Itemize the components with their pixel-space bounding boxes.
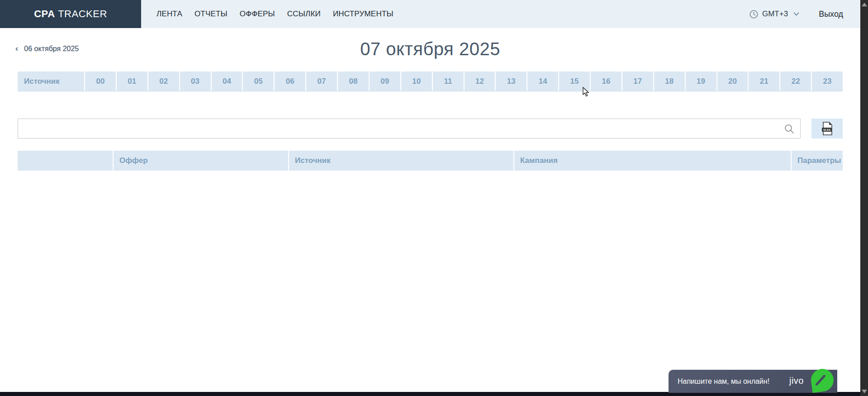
hour-cell-22[interactable]: 22 (779, 72, 811, 91)
nav-item-2[interactable]: ОФФЕРЫ (240, 10, 275, 19)
scroll-up-arrow-icon[interactable] (862, 3, 867, 6)
report-column-header-1[interactable]: Оффер (113, 151, 288, 171)
nav-item-3[interactable]: ССЫЛКИ (287, 10, 321, 19)
hour-cell-13[interactable]: 13 (495, 72, 526, 91)
timezone-selector[interactable]: GMT+3 (762, 10, 788, 19)
chevron-down-icon[interactable] (793, 12, 799, 16)
hour-cell-07[interactable]: 07 (305, 72, 337, 91)
app-logo: CPA TRACKER (34, 8, 107, 20)
report-column-header-4[interactable]: Параметры (791, 151, 843, 171)
report-column-header-2[interactable]: Источник (288, 151, 513, 171)
report-column-header-0[interactable] (18, 151, 113, 171)
hour-cell-19[interactable]: 19 (685, 72, 716, 91)
xlsx-file-icon: XLSX (821, 122, 833, 135)
main-nav: ЛЕНТАОТЧЕТЫОФФЕРЫССЫЛКИИНСТРУМЕНТЫ (141, 0, 394, 28)
hour-cell-03[interactable]: 03 (179, 72, 211, 91)
top-bar: CPA TRACKER ЛЕНТАОТЧЕТЫОФФЕРЫССЫЛКИИНСТР… (0, 0, 860, 28)
hour-cell-09[interactable]: 09 (369, 72, 400, 91)
hour-cell-11[interactable]: 11 (432, 72, 464, 91)
scroll-down-arrow-icon[interactable] (862, 390, 867, 393)
hour-cell-14[interactable]: 14 (526, 72, 558, 91)
hour-cell-18[interactable]: 18 (653, 72, 685, 91)
hour-cell-12[interactable]: 12 (464, 72, 495, 91)
nav-item-0[interactable]: ЛЕНТА (157, 10, 182, 19)
topbar-right: GMT+3 Выход (749, 0, 843, 28)
hour-cell-01[interactable]: 01 (116, 72, 147, 91)
hour-cell-23[interactable]: 23 (811, 72, 843, 91)
hour-cell-08[interactable]: 08 (337, 72, 369, 91)
hour-cell-04[interactable]: 04 (211, 72, 242, 91)
hour-cell-20[interactable]: 20 (716, 72, 748, 91)
hour-cell-00[interactable]: 00 (84, 72, 116, 91)
date-row: ‹ 06 октября 2025 07 октября 2025 (0, 28, 860, 72)
hour-cell-17[interactable]: 17 (621, 72, 653, 91)
report-column-header-3[interactable]: Кампания (513, 151, 791, 171)
nav-item-4[interactable]: ИНСТРУМЕНТЫ (333, 10, 394, 19)
hour-cell-10[interactable]: 10 (400, 72, 432, 91)
search-icon[interactable] (784, 124, 795, 134)
search-box (18, 119, 801, 138)
page: CPA TRACKER ЛЕНТАОТЧЕТЫОФФЕРЫССЫЛКИИНСТР… (0, 0, 860, 396)
hour-header-source-cell: Источник (18, 72, 84, 91)
logout-button[interactable]: Выход (819, 10, 843, 19)
hourly-stats-header: Источник00010203040506070809101112131415… (18, 72, 843, 91)
page-title: 07 октября 2025 (0, 39, 860, 59)
nav-item-1[interactable]: ОТЧЕТЫ (194, 10, 228, 19)
logo-bold-part: CPA (34, 8, 55, 19)
hour-cell-06[interactable]: 06 (274, 72, 305, 91)
jivo-logo: jivo (789, 376, 804, 386)
search-row: XLSX (18, 119, 843, 138)
hour-cell-21[interactable]: 21 (748, 72, 779, 91)
report-table-header: ОфферИсточникКампанияПараметры (18, 151, 843, 171)
svg-text:XLSX: XLSX (823, 128, 830, 131)
export-xlsx-button[interactable]: XLSX (811, 119, 843, 138)
search-input[interactable] (18, 119, 800, 138)
vertical-scrollbar[interactable] (860, 0, 868, 396)
logo-light-text: TRACKER (58, 8, 107, 19)
chat-widget[interactable]: Напишите нам, мы онлайн! jivo (669, 370, 837, 393)
clock-icon (749, 10, 758, 19)
hour-cell-02[interactable]: 02 (147, 72, 179, 91)
logo-block[interactable]: CPA TRACKER (0, 0, 141, 28)
hour-cell-16[interactable]: 16 (590, 72, 621, 91)
chat-message: Напишите нам, мы онлайн! (669, 377, 769, 386)
hour-cell-05[interactable]: 05 (242, 72, 274, 91)
hour-cell-15[interactable]: 15 (558, 72, 590, 91)
jivo-leaf-icon (810, 367, 835, 393)
